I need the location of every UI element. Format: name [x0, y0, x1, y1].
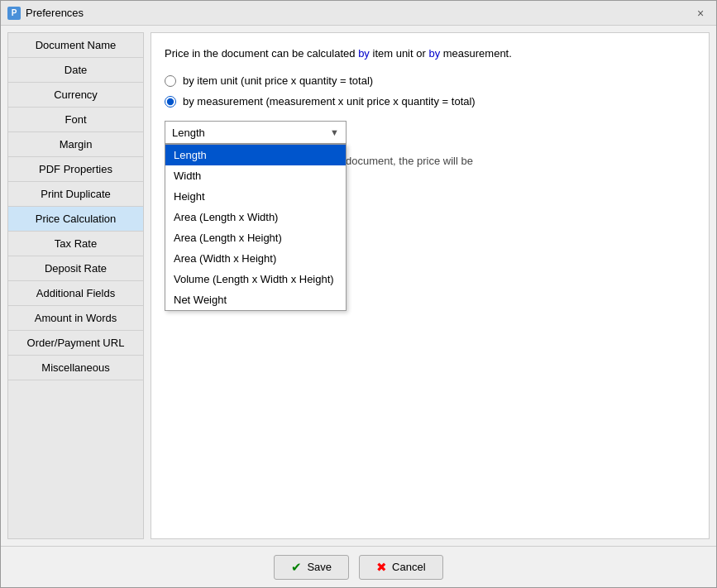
dropdown-item-width[interactable]: Width — [165, 165, 346, 186]
window-title: Preferences — [26, 7, 691, 19]
sidebar-item-price-calculation[interactable]: Price Calculation — [8, 207, 143, 232]
cancel-label: Cancel — [392, 561, 425, 573]
description-text: Price in the document can be calculated … — [165, 46, 695, 61]
radio-item-unit-label: by item unit (unit price x quantity = to… — [183, 74, 373, 87]
save-button[interactable]: ✔ Save — [274, 555, 349, 580]
main-content: Document NameDateCurrencyFontMarginPDF P… — [1, 26, 716, 546]
sidebar-item-tax-rate[interactable]: Tax Rate — [8, 232, 143, 256]
dropdown-item-height[interactable]: Height — [165, 186, 346, 207]
radio-group: by item unit (unit price x quantity = to… — [165, 74, 695, 108]
sidebar-item-date[interactable]: Date — [8, 58, 143, 83]
cancel-button[interactable]: ✖ Cancel — [359, 555, 442, 580]
cross-icon: ✖ — [376, 560, 387, 575]
dropdown-menu: LengthWidthHeightArea (Length x Width)Ar… — [165, 144, 347, 311]
dropdown-item-area-length-x-width[interactable]: Area (Length x Width) — [165, 207, 346, 227]
dropdown-item-area-length-x-height[interactable]: Area (Length x Height) — [165, 227, 346, 248]
dropdown-container: Length ▼ LengthWidthHeightArea (Length x… — [165, 121, 347, 144]
chevron-down-icon: ▼ — [330, 127, 339, 137]
sidebar-item-pdf-properties[interactable]: PDF Properties — [8, 157, 143, 182]
title-bar: P Preferences × — [1, 1, 716, 26]
sidebar-item-miscellaneous[interactable]: Miscellaneous — [8, 356, 143, 380]
radio-option-measurement[interactable]: by measurement (measurement x unit price… — [165, 95, 695, 108]
sidebar-item-print-duplicate[interactable]: Print Duplicate — [8, 182, 143, 207]
content-area: Price in the document can be calculated … — [151, 32, 710, 539]
sidebar-item-amount-in-words[interactable]: Amount in Words — [8, 306, 143, 331]
sidebar-item-currency[interactable]: Currency — [8, 83, 143, 108]
dropdown-item-volume-length-x-width-x-height[interactable]: Volume (Length x Width x Height) — [165, 269, 346, 289]
radio-item-unit[interactable] — [165, 75, 176, 87]
radio-measurement[interactable] — [165, 96, 176, 108]
save-label: Save — [307, 561, 332, 573]
sidebar: Document NameDateCurrencyFontMarginPDF P… — [7, 32, 144, 539]
close-button[interactable]: × — [691, 4, 710, 22]
dropdown-item-net-weight[interactable]: Net Weight — [165, 289, 346, 310]
radio-measurement-label: by measurement (measurement x unit price… — [183, 95, 476, 108]
highlight-by-2: by — [428, 47, 440, 60]
radio-option-item-unit[interactable]: by item unit (unit price x quantity = to… — [165, 74, 695, 87]
footer: ✔ Save ✖ Cancel — [1, 546, 716, 587]
highlight-by-1: by — [358, 47, 370, 60]
sidebar-item-deposit-rate[interactable]: Deposit Rate — [8, 256, 143, 281]
sidebar-item-order-payment-url[interactable]: Order/Payment URL — [8, 331, 143, 356]
sidebar-item-additional-fields[interactable]: Additional Fields — [8, 281, 143, 306]
sidebar-item-font[interactable]: Font — [8, 108, 143, 132]
sidebar-item-document-name[interactable]: Document Name — [8, 33, 143, 58]
check-icon: ✔ — [291, 560, 302, 575]
dropdown-item-area-width-x-height[interactable]: Area (Width x Height) — [165, 248, 346, 269]
dropdown-item-length[interactable]: Length — [165, 145, 346, 165]
window-icon: P — [7, 7, 21, 20]
measurement-dropdown[interactable]: Length ▼ — [165, 121, 347, 144]
preferences-window: P Preferences × Document NameDateCurrenc… — [0, 0, 717, 588]
sidebar-item-margin[interactable]: Margin — [8, 132, 143, 157]
dropdown-selected-value: Length — [172, 127, 205, 139]
